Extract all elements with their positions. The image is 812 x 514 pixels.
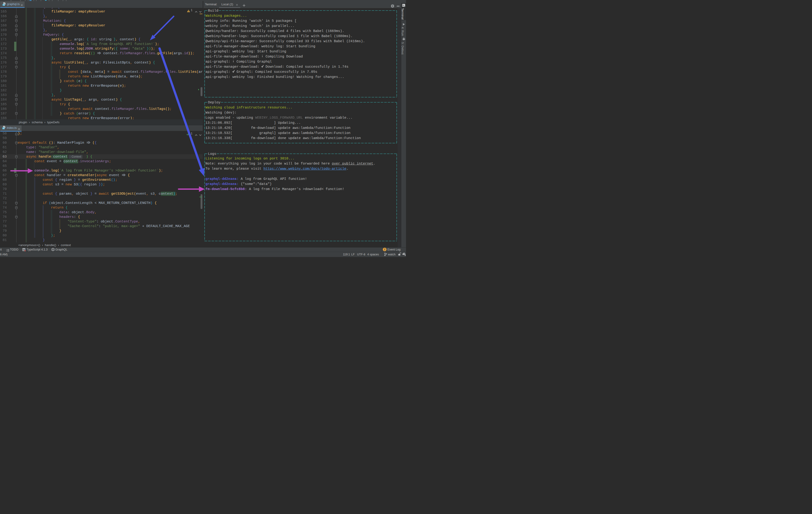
svg-text:?: ?	[403, 253, 405, 255]
svg-text:TS: TS	[3, 128, 5, 129]
svg-text:TS: TS	[3, 4, 5, 6]
